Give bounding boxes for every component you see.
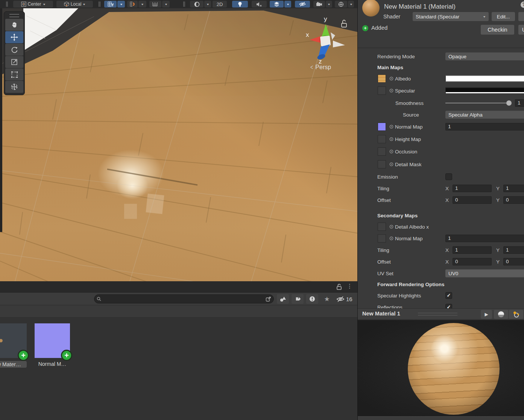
update-button[interactable]: U — [518, 25, 524, 35]
uv-set-dropdown[interactable]: UV0 — [445, 269, 524, 277]
gizmo-y-axis[interactable] — [322, 24, 330, 37]
height-map-texture-slot[interactable] — [378, 135, 386, 143]
gizmos-dropdown[interactable]: ▼ — [348, 1, 354, 8]
specular-color-field[interactable] — [445, 88, 524, 94]
search-jump-icon[interactable] — [266, 296, 271, 302]
preview-lighting-button[interactable] — [509, 310, 523, 319]
emission-checkbox[interactable] — [445, 173, 452, 180]
checkin-button[interactable]: Checkin — [481, 25, 514, 35]
transform-tool-button[interactable] — [5, 81, 23, 93]
normal-map-texture-slot[interactable] — [378, 123, 386, 131]
preview-shape-button[interactable] — [494, 310, 508, 319]
tiling-x-field[interactable]: 1 — [453, 185, 492, 192]
asset-item-normal-map[interactable]: + Normal M… — [35, 323, 70, 367]
detail-mask-texture-slot[interactable] — [378, 160, 386, 168]
albedo-texture-slot[interactable] — [378, 74, 386, 83]
projection-mode-toggle[interactable]: < Persp — [310, 64, 331, 71]
pivot-mode-dropdown[interactable]: Center ▼ — [13, 1, 53, 8]
object-picker-icon[interactable] — [389, 162, 393, 166]
help-icon[interactable]: ? — [521, 2, 524, 8]
specular-highlights-checkbox[interactable]: ✓ — [445, 292, 452, 299]
scene-camera-button[interactable] — [313, 1, 325, 8]
secondary-tiling-x-field[interactable]: 1 — [453, 246, 492, 254]
gizmos-button[interactable] — [335, 1, 347, 8]
secondary-normal-scale-field[interactable]: 1 — [445, 235, 524, 242]
material-preview-area[interactable] — [358, 320, 524, 416]
gizmo-y-label[interactable]: y — [324, 15, 327, 23]
object-picker-icon[interactable] — [389, 124, 393, 129]
scene-lighting-toggle[interactable] — [232, 1, 248, 8]
filter-by-label-button[interactable] — [292, 294, 304, 304]
gizmo-axis-neg[interactable] — [331, 32, 335, 40]
material-preview-sphere[interactable] — [408, 323, 500, 415]
specular-texture-slot[interactable] — [378, 86, 386, 95]
object-picker-icon[interactable] — [389, 89, 393, 93]
grid-snap-button[interactable] — [127, 1, 138, 8]
asset-label[interactable]: Normal M… — [35, 361, 70, 367]
project-search-box[interactable] — [94, 294, 274, 303]
asset-item-material[interactable]: + w Mater… — [0, 323, 27, 368]
normal-map-scale-field[interactable]: 1 — [445, 123, 524, 130]
scene-orientation-gizmo[interactable]: y x z — [299, 14, 355, 66]
secondary-offset-y-field[interactable]: 0 — [503, 258, 524, 265]
gizmo-axis-neg[interactable] — [333, 41, 345, 47]
snap-increment-button[interactable] — [149, 1, 161, 8]
object-picker-icon[interactable] — [389, 149, 393, 153]
smoothness-slider[interactable] — [445, 103, 509, 103]
smoothness-value-field[interactable]: 1 — [515, 99, 524, 107]
secondary-normal-texture-slot[interactable] — [378, 234, 386, 243]
hidden-object-count[interactable]: 16 — [336, 294, 352, 304]
object-picker-icon[interactable] — [389, 224, 393, 229]
gizmo-x-axis[interactable] — [310, 36, 321, 43]
shader-edit-button[interactable]: Edit... — [492, 12, 515, 21]
kebab-menu-icon[interactable]: ⋮ — [347, 283, 352, 290]
effects-toggle[interactable] — [270, 1, 284, 8]
rotation-mode-dropdown[interactable]: Local ▼ — [56, 1, 93, 8]
smoothness-source-dropdown[interactable]: Specular Alpha — [445, 111, 524, 118]
audio-mute-toggle[interactable] — [252, 1, 267, 8]
asset-grid[interactable]: + w Mater… + Normal M… — [0, 318, 357, 420]
favorites-button[interactable]: ★ — [321, 294, 333, 304]
occlusion-texture-slot[interactable] — [378, 147, 386, 156]
secondary-tiling-y-field[interactable]: 1 — [503, 246, 524, 254]
lock-open-icon[interactable] — [336, 284, 342, 290]
smoothness-slider-handle[interactable] — [506, 100, 512, 106]
move-tool-button[interactable] — [5, 31, 23, 43]
preview-drag-handle[interactable] — [418, 313, 457, 315]
rendering-mode-dropdown[interactable]: Opaque — [445, 52, 524, 60]
asset-label[interactable]: w Mater… — [0, 361, 27, 368]
alert-filter-button[interactable] — [306, 294, 318, 304]
shader-extra-button[interactable] — [518, 12, 524, 21]
tiling-y-field[interactable]: 1 — [503, 185, 524, 192]
detail-albedo-texture-slot[interactable] — [378, 223, 386, 231]
draw-mode-button[interactable] — [190, 1, 204, 8]
offset-x-field[interactable]: 0 — [453, 196, 492, 204]
project-search-input[interactable] — [101, 296, 266, 302]
rect-tool-button[interactable] — [5, 68, 23, 80]
gizmo-x-label[interactable]: x — [306, 31, 309, 38]
filter-by-type-button[interactable] — [277, 294, 289, 304]
object-picker-icon[interactable] — [389, 236, 393, 240]
rotate-tool-button[interactable] — [5, 44, 23, 56]
shader-dropdown[interactable]: Standard (Specular ▼ — [413, 12, 489, 21]
preview-play-button[interactable]: ▶ — [481, 310, 492, 319]
lock-open-icon[interactable] — [342, 20, 346, 27]
snap-increment-dropdown[interactable]: ▼ — [162, 1, 170, 8]
secondary-offset-x-field[interactable]: 0 — [453, 258, 492, 265]
scene-visibility-toggle[interactable] — [295, 1, 310, 8]
object-picker-icon[interactable] — [389, 76, 393, 80]
effects-dropdown[interactable]: ▼ — [284, 1, 291, 8]
grid-visibility-toggle[interactable]: Y — [104, 1, 117, 8]
palette-drag-handle[interactable] — [9, 14, 19, 17]
hand-tool-button[interactable] — [5, 19, 23, 31]
scene-camera-dropdown[interactable]: ▼ — [326, 1, 332, 8]
grid-visibility-dropdown[interactable]: ▼ — [117, 1, 125, 8]
2d-toggle-button[interactable]: 2D — [213, 1, 227, 8]
object-picker-icon[interactable] — [389, 137, 393, 141]
albedo-color-field[interactable] — [445, 75, 524, 82]
grid-snap-dropdown[interactable]: ▼ — [138, 1, 146, 8]
toolbar-drag-handle[interactable] — [6, 2, 8, 7]
draw-mode-dropdown[interactable]: ▼ — [204, 1, 211, 8]
offset-y-field[interactable]: 0 — [503, 196, 524, 204]
scale-tool-button[interactable] — [5, 56, 23, 68]
